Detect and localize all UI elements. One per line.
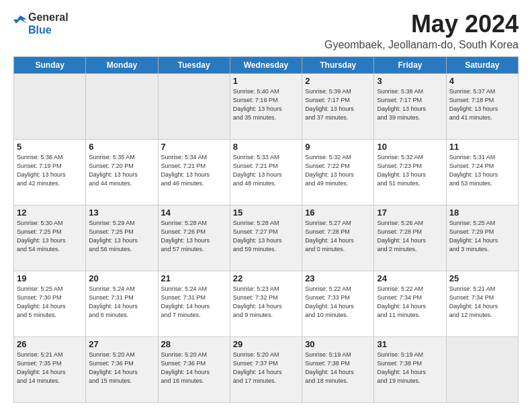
calendar-cell: 24Sunrise: 5:22 AM Sunset: 7:34 PM Dayli… [374,271,446,336]
cell-info: Sunrise: 5:22 AM Sunset: 7:33 PM Dayligh… [305,285,371,320]
logo: General Blue [13,11,69,36]
day-number: 11 [449,142,515,152]
calendar-cell: 7Sunrise: 5:34 AM Sunset: 7:21 PM Daylig… [158,139,230,205]
cell-info: Sunrise: 5:36 AM Sunset: 7:19 PM Dayligh… [17,153,83,188]
cell-info: Sunrise: 5:38 AM Sunset: 7:17 PM Dayligh… [377,87,443,122]
cell-info: Sunrise: 5:26 AM Sunset: 7:28 PM Dayligh… [377,219,443,254]
cell-info: Sunrise: 5:31 AM Sunset: 7:24 PM Dayligh… [449,153,515,188]
cell-info: Sunrise: 5:34 AM Sunset: 7:21 PM Dayligh… [161,153,227,188]
cell-info: Sunrise: 5:28 AM Sunset: 7:26 PM Dayligh… [161,219,227,254]
day-number: 26 [17,339,83,349]
page: General Blue May 2024 Gyeombaek, Jeollan… [0,0,532,411]
cell-info: Sunrise: 5:25 AM Sunset: 7:30 PM Dayligh… [17,285,83,320]
calendar-cell: 21Sunrise: 5:24 AM Sunset: 7:31 PM Dayli… [158,271,230,336]
day-number: 14 [161,208,227,218]
logo-general: General [28,11,69,24]
cell-info: Sunrise: 5:21 AM Sunset: 7:35 PM Dayligh… [17,351,83,385]
cell-info: Sunrise: 5:19 AM Sunset: 7:38 PM Dayligh… [377,351,443,385]
cell-info: Sunrise: 5:24 AM Sunset: 7:31 PM Dayligh… [89,285,154,320]
calendar-week-1: 1Sunrise: 5:40 AM Sunset: 7:16 PM Daylig… [14,73,519,139]
cell-info: Sunrise: 5:39 AM Sunset: 7:17 PM Dayligh… [305,87,371,122]
day-number: 21 [161,273,227,283]
calendar-cell [158,73,230,139]
day-number: 19 [17,273,83,283]
day-number: 22 [233,273,299,283]
cell-info: Sunrise: 5:30 AM Sunset: 7:25 PM Dayligh… [17,219,83,254]
calendar-week-4: 19Sunrise: 5:25 AM Sunset: 7:30 PM Dayli… [14,271,519,336]
calendar-cell [446,336,518,402]
cell-info: Sunrise: 5:20 AM Sunset: 7:36 PM Dayligh… [89,351,154,385]
col-thursday: Thursday [302,56,374,73]
month-title: May 2024 [324,11,519,38]
calendar-cell [86,73,158,139]
day-number: 12 [17,208,83,218]
day-number: 15 [233,208,299,218]
calendar-cell: 4Sunrise: 5:37 AM Sunset: 7:18 PM Daylig… [446,73,518,139]
calendar-cell: 10Sunrise: 5:32 AM Sunset: 7:23 PM Dayli… [374,139,446,205]
calendar-cell: 30Sunrise: 5:19 AM Sunset: 7:38 PM Dayli… [302,336,374,402]
day-number: 25 [449,273,515,283]
cell-info: Sunrise: 5:40 AM Sunset: 7:16 PM Dayligh… [233,87,299,122]
cell-info: Sunrise: 5:28 AM Sunset: 7:27 PM Dayligh… [233,219,299,254]
day-number: 31 [377,339,443,349]
cell-info: Sunrise: 5:20 AM Sunset: 7:36 PM Dayligh… [161,351,227,385]
calendar-cell: 29Sunrise: 5:20 AM Sunset: 7:37 PM Dayli… [230,336,302,402]
day-number: 2 [305,76,371,86]
calendar-week-5: 26Sunrise: 5:21 AM Sunset: 7:35 PM Dayli… [14,336,519,402]
calendar-cell: 11Sunrise: 5:31 AM Sunset: 7:24 PM Dayli… [446,139,518,205]
cell-info: Sunrise: 5:22 AM Sunset: 7:34 PM Dayligh… [377,285,443,320]
calendar-cell: 15Sunrise: 5:28 AM Sunset: 7:27 PM Dayli… [230,205,302,271]
day-number: 8 [233,142,299,152]
calendar-cell: 9Sunrise: 5:32 AM Sunset: 7:22 PM Daylig… [302,139,374,205]
calendar-week-3: 12Sunrise: 5:30 AM Sunset: 7:25 PM Dayli… [14,205,519,271]
calendar-cell [14,73,86,139]
day-number: 16 [305,208,371,218]
col-sunday: Sunday [14,56,86,73]
col-monday: Monday [86,56,158,73]
calendar-cell: 1Sunrise: 5:40 AM Sunset: 7:16 PM Daylig… [230,73,302,139]
day-number: 10 [377,142,443,152]
calendar-cell: 20Sunrise: 5:24 AM Sunset: 7:31 PM Dayli… [86,271,158,336]
cell-info: Sunrise: 5:35 AM Sunset: 7:20 PM Dayligh… [89,153,154,188]
day-number: 17 [377,208,443,218]
svg-marker-0 [13,15,27,24]
calendar-cell: 18Sunrise: 5:25 AM Sunset: 7:29 PM Dayli… [446,205,518,271]
day-number: 24 [377,273,443,283]
calendar-cell: 2Sunrise: 5:39 AM Sunset: 7:17 PM Daylig… [302,73,374,139]
day-number: 13 [89,208,154,218]
logo-bird-icon [13,14,27,33]
cell-info: Sunrise: 5:20 AM Sunset: 7:37 PM Dayligh… [233,351,299,385]
col-saturday: Saturday [446,56,518,73]
calendar-cell: 12Sunrise: 5:30 AM Sunset: 7:25 PM Dayli… [14,205,86,271]
calendar-cell: 13Sunrise: 5:29 AM Sunset: 7:25 PM Dayli… [86,205,158,271]
day-number: 20 [89,273,154,283]
day-number: 27 [89,339,154,349]
cell-info: Sunrise: 5:21 AM Sunset: 7:34 PM Dayligh… [449,285,515,320]
day-number: 6 [89,142,154,152]
calendar-table: Sunday Monday Tuesday Wednesday Thursday… [13,56,519,403]
cell-info: Sunrise: 5:23 AM Sunset: 7:32 PM Dayligh… [233,285,299,320]
calendar-cell: 6Sunrise: 5:35 AM Sunset: 7:20 PM Daylig… [86,139,158,205]
day-number: 1 [233,76,299,86]
calendar-cell: 25Sunrise: 5:21 AM Sunset: 7:34 PM Dayli… [446,271,518,336]
calendar-cell: 31Sunrise: 5:19 AM Sunset: 7:38 PM Dayli… [374,336,446,402]
cell-info: Sunrise: 5:33 AM Sunset: 7:21 PM Dayligh… [233,153,299,188]
col-friday: Friday [374,56,446,73]
day-number: 5 [17,142,83,152]
cell-info: Sunrise: 5:37 AM Sunset: 7:18 PM Dayligh… [449,87,515,122]
calendar-cell: 17Sunrise: 5:26 AM Sunset: 7:28 PM Dayli… [374,205,446,271]
header: General Blue May 2024 Gyeombaek, Jeollan… [13,11,519,51]
day-number: 28 [161,339,227,349]
day-number: 3 [377,76,443,86]
cell-info: Sunrise: 5:24 AM Sunset: 7:31 PM Dayligh… [161,285,227,320]
day-number: 30 [305,339,371,349]
day-number: 23 [305,273,371,283]
calendar-cell: 5Sunrise: 5:36 AM Sunset: 7:19 PM Daylig… [14,139,86,205]
day-number: 4 [449,76,515,86]
day-number: 18 [449,208,515,218]
calendar-cell: 19Sunrise: 5:25 AM Sunset: 7:30 PM Dayli… [14,271,86,336]
day-number: 7 [161,142,227,152]
calendar-cell: 27Sunrise: 5:20 AM Sunset: 7:36 PM Dayli… [86,336,158,402]
cell-info: Sunrise: 5:25 AM Sunset: 7:29 PM Dayligh… [449,219,515,254]
calendar-cell: 28Sunrise: 5:20 AM Sunset: 7:36 PM Dayli… [158,336,230,402]
